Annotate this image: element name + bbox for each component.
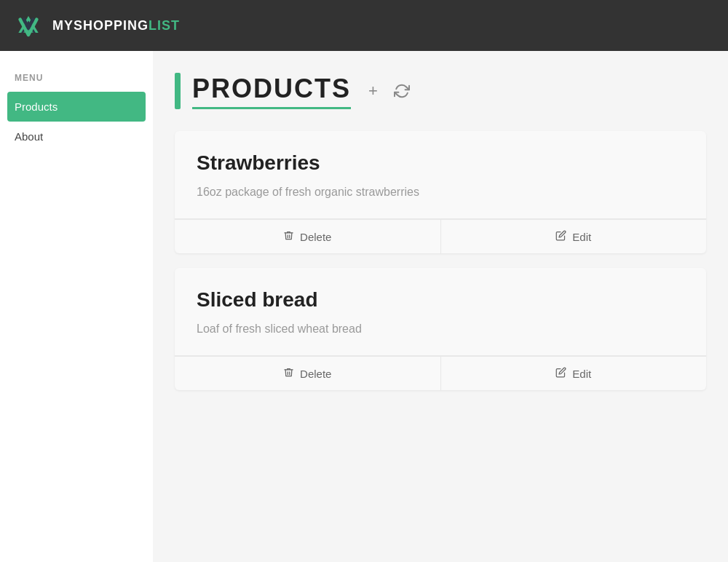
delete-label: Delete (300, 368, 331, 380)
product-card: Sliced bread Loaf of fresh sliced wheat … (175, 268, 706, 390)
vue-logo-icon (15, 12, 42, 39)
delete-label: Delete (300, 231, 331, 243)
product-card: Strawberries 16oz package of fresh organ… (175, 131, 706, 253)
edit-product-button[interactable]: Edit (441, 220, 707, 253)
page-title: PRODUCTS (192, 74, 351, 109)
sidebar-menu-label: MENU (0, 73, 153, 92)
trash-icon (283, 367, 294, 380)
edit-label: Edit (572, 231, 591, 243)
product-card-body: Strawberries 16oz package of fresh organ… (175, 131, 706, 219)
product-name: Sliced bread (197, 288, 684, 312)
page-actions: + (365, 79, 413, 103)
sidebar-item-about[interactable]: About (0, 122, 153, 151)
page-header: PRODUCTS + (175, 73, 706, 109)
product-card-body: Sliced bread Loaf of fresh sliced wheat … (175, 268, 706, 356)
main-content: PRODUCTS + Strawberries 16oz package of … (153, 51, 728, 562)
delete-product-button[interactable]: Delete (175, 357, 441, 390)
edit-icon (555, 367, 566, 380)
app-title: MYSHOPPINGLIST (52, 18, 180, 33)
product-description: Loaf of fresh sliced wheat bread (197, 320, 684, 338)
delete-product-button[interactable]: Delete (175, 220, 441, 253)
refresh-icon (394, 83, 410, 99)
app-header: MYSHOPPINGLIST (0, 0, 728, 51)
page-title-bar: PRODUCTS (175, 73, 351, 109)
page-title-accent (175, 73, 181, 109)
sidebar-item-products[interactable]: Products (7, 92, 146, 122)
edit-product-button[interactable]: Edit (441, 357, 707, 390)
product-card-actions: Delete Edit (175, 356, 706, 390)
refresh-button[interactable] (391, 80, 413, 102)
sidebar: MENU Products About (0, 51, 153, 562)
product-description: 16oz package of fresh organic strawberri… (197, 183, 684, 201)
product-card-actions: Delete Edit (175, 219, 706, 253)
trash-icon (283, 230, 294, 243)
add-product-button[interactable]: + (365, 79, 381, 103)
edit-icon (555, 230, 566, 243)
edit-label: Edit (572, 368, 591, 380)
product-name: Strawberries (197, 151, 684, 175)
